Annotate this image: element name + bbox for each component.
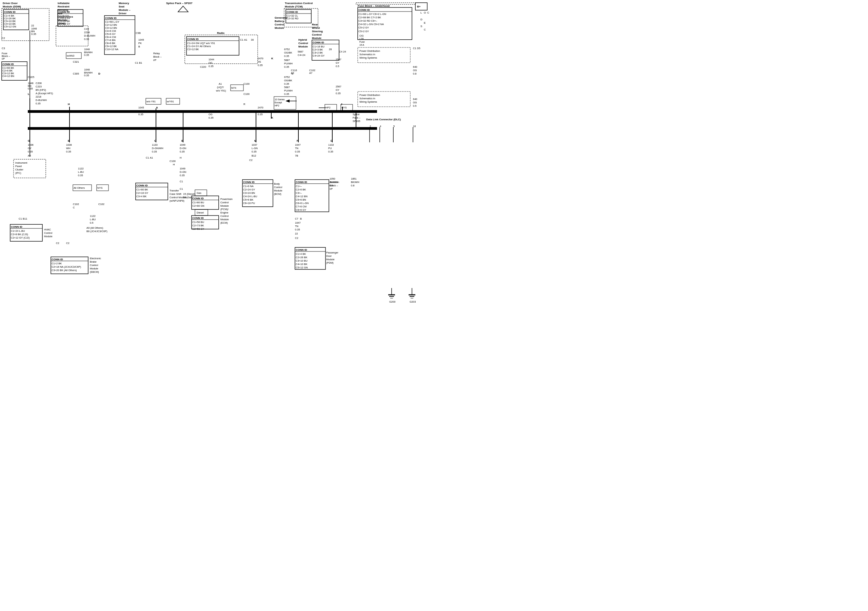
svg-text:L: L xyxy=(28,93,29,96)
svg-text:C2=6 BK: C2=6 BK xyxy=(296,188,306,191)
svg-text:2567: 2567 xyxy=(336,58,341,61)
svg-text:C8=6 BK: C8=6 BK xyxy=(105,42,115,45)
svg-text:M74: M74 xyxy=(231,87,236,90)
svg-text:CONN ID: CONN ID xyxy=(187,38,199,41)
svg-text:1132: 1132 xyxy=(328,143,334,146)
svg-text:A3: A3 xyxy=(291,71,294,74)
svg-text:Fuse Block – Underhood: Fuse Block – Underhood xyxy=(358,5,390,8)
svg-text:Steering: Steering xyxy=(312,30,323,33)
wiring-diagram: Driver Door Module (DDM) CONN ID C1=4 BK… xyxy=(0,0,434,305)
svg-text:Control: Control xyxy=(274,23,284,26)
svg-text:I/P: I/P xyxy=(153,59,156,62)
svg-text:Module: Module xyxy=(274,26,284,29)
svg-text:15 (Diesel): 15 (Diesel) xyxy=(183,192,195,195)
svg-text:C102: C102 xyxy=(98,203,104,206)
svg-text:Body: Body xyxy=(274,182,280,186)
svg-text:C100: C100 xyxy=(169,159,176,162)
svg-text:G203: G203 xyxy=(409,300,416,303)
svg-text:0.35: 0.35 xyxy=(138,113,143,116)
svg-text:E5: E5 xyxy=(31,76,34,79)
svg-text:C1=24 L-BU: C1=24 L-BU xyxy=(11,229,25,232)
svg-text:PK: PK xyxy=(138,42,142,45)
svg-text:Module: Module xyxy=(274,189,282,192)
svg-text:Control: Control xyxy=(90,264,98,267)
svg-text:WH: WH xyxy=(66,147,71,150)
svg-text:NYS: NYS xyxy=(97,186,102,189)
svg-text:B: B xyxy=(300,217,302,220)
svg-text:B+: B+ xyxy=(417,5,421,8)
svg-text:CONN ID: CONN ID xyxy=(243,181,255,184)
svg-text:C3=32 RD    C8=–: C3=32 RD C8=– xyxy=(358,19,377,22)
svg-text:TN: TN xyxy=(295,225,298,228)
svg-text:C100: C100 xyxy=(243,93,250,96)
svg-text:D-BU/WH: D-BU/WH xyxy=(36,99,47,102)
svg-text:(PCM)/: (PCM)/ xyxy=(220,208,229,211)
svg-text:(PDM): (PDM) xyxy=(326,261,334,265)
svg-text:C4=32 L-GN  C9=2 NA: C4=32 L-GN C9=2 NA xyxy=(358,23,384,26)
svg-text:w/o Y91): w/o Y91) xyxy=(215,89,226,92)
svg-text:GY: GY xyxy=(336,88,339,91)
svg-text:Electronic: Electronic xyxy=(90,257,101,260)
svg-text:C3=20 BK (All Others): C3=20 BK (All Others) xyxy=(51,269,77,272)
svg-text:0.35: 0.35 xyxy=(84,54,89,57)
svg-text:0.35: 0.35 xyxy=(251,150,257,153)
svg-text:w/AN3: w/AN3 xyxy=(67,54,74,57)
svg-text:B: B xyxy=(181,139,183,142)
svg-text:Module: Module xyxy=(220,218,229,221)
svg-text:M: M xyxy=(254,139,257,142)
svg-text:Driver Door: Driver Door xyxy=(3,2,18,5)
svg-text:C3=12 BN: C3=12 BN xyxy=(105,26,117,29)
svg-text:Control: Control xyxy=(312,33,321,36)
svg-text:C3=2 BK: C3=2 BK xyxy=(313,51,323,54)
svg-text:OG: OG xyxy=(209,61,212,64)
svg-text:C4: C4 xyxy=(84,28,87,31)
svg-text:1050: 1050 xyxy=(330,177,335,180)
svg-text:A (Except HP2): A (Except HP2) xyxy=(36,92,53,95)
svg-text:1044: 1044 xyxy=(209,58,214,61)
svg-text:OG/BK: OG/BK xyxy=(284,51,292,54)
svg-text:C1=24 GY All Others: C1=24 GY All Others xyxy=(187,45,211,48)
svg-text:C1=68 L-GY  C6=2 L-GN: C1=68 L-GY C6=2 L-GN xyxy=(358,12,386,15)
svg-text:C2: C2 xyxy=(295,237,298,240)
svg-text:GY: GY xyxy=(336,61,339,64)
svg-text:(IPC): (IPC) xyxy=(15,172,22,175)
svg-text:Module: Module xyxy=(220,204,229,207)
svg-text:0.8: 0.8 xyxy=(351,184,354,187)
svg-text:640: 640 xyxy=(413,97,417,101)
svg-text:C1=6 NA: C1=6 NA xyxy=(243,185,254,188)
svg-text:Case Shift: Case Shift xyxy=(169,192,182,195)
svg-text:Control: Control xyxy=(220,201,229,204)
svg-text:B: B xyxy=(139,31,141,34)
svg-text:Control: Control xyxy=(44,232,53,235)
svg-text:C1=56 BU: C1=56 BU xyxy=(192,221,204,224)
svg-text:C4=22 GY: C4=22 GY xyxy=(58,22,70,25)
svg-text:Instrument: Instrument xyxy=(15,161,28,164)
svg-text:D: D xyxy=(98,72,100,75)
svg-text:H: H xyxy=(68,103,70,106)
svg-text:7B: 7B xyxy=(295,154,298,157)
svg-text:C1=2 BK: C1=2 BK xyxy=(51,262,62,265)
svg-text:C1=–: C1=– xyxy=(296,185,302,188)
svg-text:C3=24 BN: C3=24 BN xyxy=(243,192,255,195)
svg-text:O: O xyxy=(424,11,426,14)
svg-text:C223: C223 xyxy=(36,85,42,88)
svg-text:Wheel: Wheel xyxy=(312,26,320,29)
svg-text:22: 22 xyxy=(31,24,34,27)
svg-text:C2: C2 xyxy=(2,37,5,40)
svg-text:Transmission Control: Transmission Control xyxy=(285,2,313,5)
svg-text:CIG: CIG xyxy=(360,34,363,37)
svg-text:0.35: 0.35 xyxy=(284,82,289,85)
svg-text:Module: Module xyxy=(298,45,308,48)
svg-text:C1=68 L-GY: C1=68 L-GY xyxy=(105,20,119,23)
svg-text:K: K xyxy=(271,57,273,60)
svg-text:1045: 1045 xyxy=(138,38,144,41)
svg-text:Diesel: Diesel xyxy=(197,211,204,214)
svg-text:C: C xyxy=(73,206,75,209)
svg-text:C2=80 GN: C2=80 GN xyxy=(192,204,205,207)
svg-text:CONN ID: CONN ID xyxy=(287,11,298,14)
svg-text:1851: 1851 xyxy=(351,177,357,180)
svg-text:5687: 5687 xyxy=(298,50,304,53)
svg-text:(EBCM): (EBCM) xyxy=(90,271,99,274)
svg-text:(ECM): (ECM) xyxy=(220,221,228,224)
svg-text:Module: Module xyxy=(326,258,335,261)
